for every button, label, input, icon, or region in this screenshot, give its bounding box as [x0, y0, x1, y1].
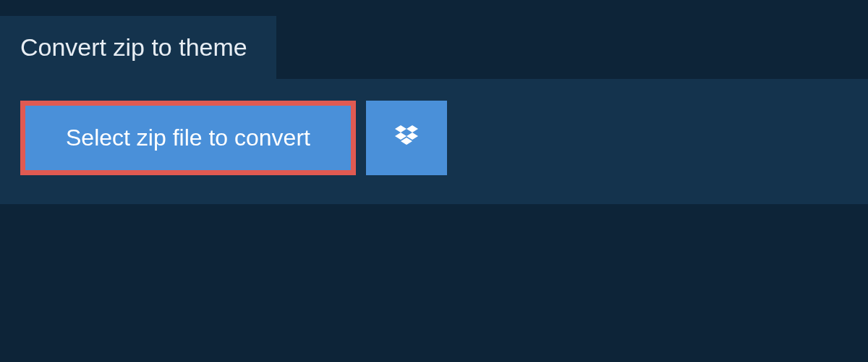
select-file-label: Select zip file to convert — [66, 125, 310, 151]
select-file-button[interactable]: Select zip file to convert — [25, 106, 351, 170]
page-title-tab: Convert zip to theme — [0, 16, 276, 79]
select-button-highlight: Select zip file to convert — [20, 101, 356, 175]
button-row: Select zip file to convert — [20, 101, 848, 175]
dropbox-button[interactable] — [366, 101, 447, 175]
svg-marker-2 — [395, 132, 407, 140]
upload-panel: Select zip file to convert — [0, 79, 868, 204]
svg-marker-3 — [407, 132, 418, 140]
svg-marker-4 — [401, 138, 412, 145]
page-title: Convert zip to theme — [20, 33, 247, 61]
svg-marker-1 — [407, 125, 418, 132]
dropbox-icon — [392, 122, 421, 153]
svg-marker-0 — [395, 125, 407, 132]
